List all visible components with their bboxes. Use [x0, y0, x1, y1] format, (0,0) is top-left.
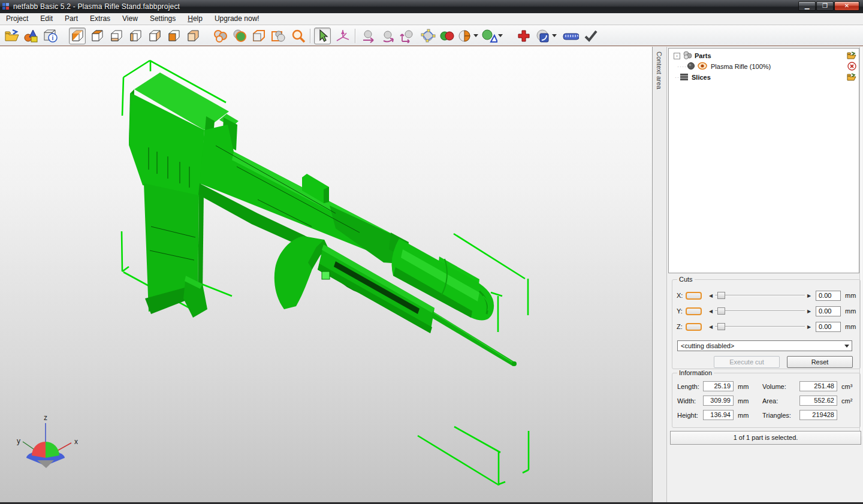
close-button[interactable]: ✕	[834, 1, 859, 11]
cut-z-slider-right[interactable]: ▶	[806, 324, 812, 330]
menu-project[interactable]: Project	[0, 13, 34, 25]
select-cursor-icon[interactable]	[314, 28, 331, 44]
app-icon	[2, 3, 10, 10]
select-triangles-icon[interactable]	[420, 28, 436, 44]
context-area-strip[interactable]: Context area	[652, 47, 667, 504]
reset-button[interactable]: Reset	[787, 356, 853, 368]
execute-cut-button[interactable]: Execute cut	[714, 356, 780, 368]
zoom-parts-icon[interactable]	[212, 28, 229, 44]
move-part-icon[interactable]	[361, 28, 378, 44]
menu-settings[interactable]: Settings	[144, 13, 182, 25]
width-label: Width:	[677, 397, 703, 405]
repair-part-icon[interactable]	[515, 28, 532, 44]
view-front-icon[interactable]	[165, 28, 182, 44]
repair-warning-dropdown[interactable]	[498, 34, 503, 37]
cut-x-slider[interactable]	[715, 291, 805, 300]
cut-pie-icon[interactable]	[457, 28, 473, 44]
view-top-icon[interactable]	[89, 28, 105, 44]
zoom-selection-icon[interactable]	[231, 28, 248, 44]
parts-tree: - Parts ···· Plasma Rifle (100%)	[668, 48, 859, 273]
cut-x-label: X:	[677, 292, 686, 299]
parts-group-icon	[683, 51, 692, 61]
cut-x-slider-thumb[interactable]	[717, 292, 725, 299]
length-label: Length:	[677, 383, 703, 390]
info-row-width: Width: 309.99 mm	[677, 396, 749, 406]
cut-y-value[interactable]	[816, 306, 841, 316]
length-value: 25.19	[703, 381, 734, 391]
restore-button[interactable]: ❐	[816, 1, 834, 11]
volume-label: Volume:	[762, 383, 799, 390]
menu-upgrade[interactable]: Upgrade now!	[209, 13, 265, 25]
repair-warning-icon[interactable]	[481, 28, 497, 44]
tree-row-parts[interactable]: - Parts	[669, 50, 859, 61]
menu-edit[interactable]: Edit	[34, 13, 59, 25]
cut-z-plane-button[interactable]	[686, 323, 702, 331]
view-back-icon[interactable]	[185, 28, 201, 44]
cut-z-slider[interactable]	[715, 322, 805, 331]
view-right-icon[interactable]	[146, 28, 163, 44]
measure-icon[interactable]	[562, 28, 579, 44]
height-unit: mm	[738, 412, 749, 419]
right-panel: - Parts ···· Plasma Rifle (100%)	[667, 47, 863, 504]
menu-extras[interactable]: Extras	[84, 13, 116, 25]
selection-handle[interactable]	[322, 271, 330, 279]
cut-x-value[interactable]	[816, 291, 841, 301]
view-left-icon[interactable]	[127, 28, 144, 44]
cut-y-slider-right[interactable]: ▶	[806, 309, 812, 314]
part-info-icon[interactable]: i	[42, 28, 59, 44]
menu-view[interactable]: View	[116, 13, 144, 25]
width-unit: mm	[738, 397, 749, 405]
netfabb-cloud-dropdown[interactable]	[552, 34, 557, 37]
rotate-part-icon[interactable]	[380, 28, 397, 44]
menu-help[interactable]: Help	[182, 13, 209, 25]
cut-z-slider-left[interactable]: ◀	[708, 324, 714, 330]
zoom-box-icon[interactable]	[251, 28, 267, 44]
netfabb-cloud-icon[interactable]	[535, 28, 551, 44]
validate-icon[interactable]	[583, 28, 599, 44]
cut-pie-dropdown[interactable]	[473, 34, 478, 37]
visibility-eye-icon[interactable]	[698, 62, 707, 71]
open-project-icon[interactable]	[4, 28, 20, 44]
view-iso-icon[interactable]	[69, 28, 86, 44]
triangles-value: 219428	[799, 410, 837, 420]
axis-indicator: y x z	[17, 414, 78, 468]
tree-row-plasma-rifle[interactable]: ···· Plasma Rifle (100%)	[669, 61, 859, 72]
cut-x-unit: mm	[845, 292, 856, 299]
info-row-area: Area: 552.62 cm²	[762, 396, 852, 406]
cut-z-value[interactable]	[816, 322, 841, 332]
select-polygon-icon[interactable]	[334, 28, 351, 44]
zoom-all-icon[interactable]	[270, 28, 286, 44]
cut-z-slider-thumb[interactable]	[717, 323, 725, 330]
menu-bar: Project Edit Part Extras View Settings H…	[0, 13, 863, 25]
app-window: netfabb Basic 5.2 - Plasma Rifle Stand.f…	[0, 0, 863, 504]
cutting-mode-select[interactable]: <cutting disabled>	[677, 340, 852, 351]
cut-y-plane-button[interactable]	[686, 307, 702, 315]
cut-x-plane-button[interactable]	[686, 292, 702, 300]
minimize-button[interactable]: ▁	[798, 1, 816, 11]
cut-z-label: Z:	[677, 323, 686, 330]
new-parts-icon[interactable]	[23, 28, 40, 44]
cut-y-slider[interactable]	[715, 307, 805, 315]
title-bar[interactable]: netfabb Basic 5.2 - Plasma Rifle Stand.f…	[0, 0, 863, 13]
cut-x-slider-right[interactable]: ▶	[806, 293, 812, 298]
menu-part[interactable]: Part	[59, 13, 84, 25]
expand-collapse-icon[interactable]: -	[674, 53, 680, 59]
add-part-folder-icon[interactable]	[847, 52, 856, 61]
tree-row-slices[interactable]: ·· Slices	[669, 72, 859, 83]
cut-y-slider-left[interactable]: ◀	[708, 309, 714, 314]
cut-x-slider-left[interactable]: ◀	[708, 293, 714, 298]
viewport-3d[interactable]: y x z	[0, 47, 652, 504]
part-model-plasma-rifle[interactable]	[129, 73, 517, 366]
scale-part-icon[interactable]	[399, 28, 416, 44]
info-row-length: Length: 25.19 mm	[677, 381, 749, 391]
info-row-volume: Volume: 251.48 cm³	[762, 381, 852, 391]
slices-label: Slices	[692, 74, 711, 81]
add-slice-folder-icon[interactable]	[847, 73, 856, 82]
view-bottom-icon[interactable]	[108, 28, 125, 44]
cut-y-slider-thumb[interactable]	[717, 307, 725, 315]
zoom-magnifier-icon[interactable]	[290, 28, 307, 44]
cut-row-x: X: ◀ ▶ mm	[677, 289, 856, 301]
width-value: 309.99	[703, 396, 734, 406]
remove-part-icon[interactable]	[847, 62, 856, 72]
collision-detection-icon[interactable]	[439, 28, 455, 44]
